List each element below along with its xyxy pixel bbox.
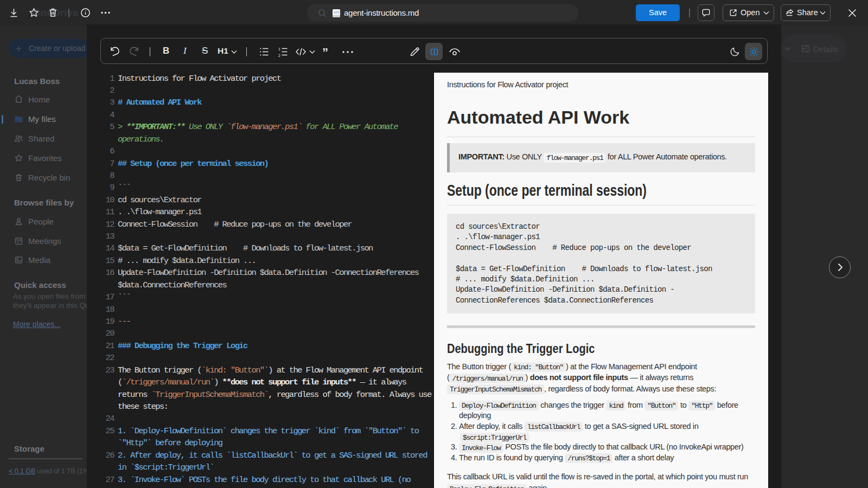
- svg-text:1: 1: [278, 47, 280, 51]
- svg-text:2: 2: [278, 54, 280, 57]
